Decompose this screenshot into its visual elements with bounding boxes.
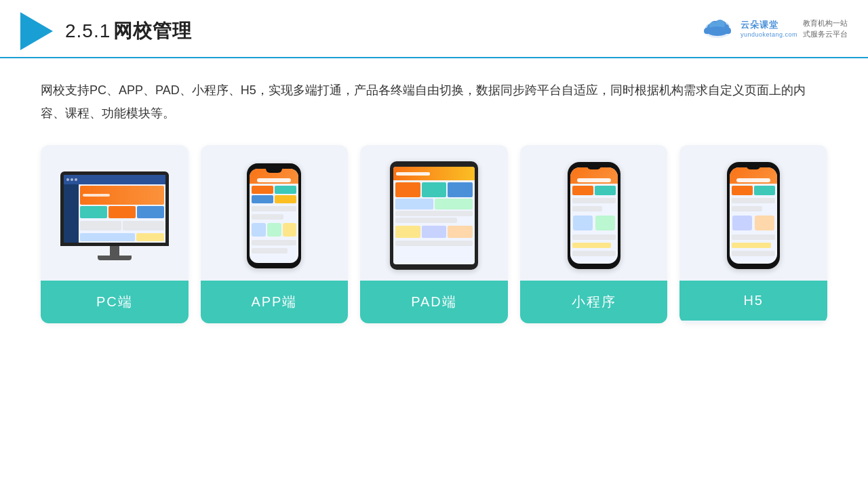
card-app-label: APP端 [201,281,349,323]
card-pad: PAD端 [360,145,508,323]
card-pc-image [41,145,189,281]
card-h5-label: H5 [679,281,827,321]
card-h5: H5 [679,145,827,323]
card-pad-label: PAD端 [360,281,508,323]
brand-text-group: 云朵课堂 yunduoketang.com [741,19,797,38]
app-phone-icon [247,163,301,268]
page-header: 2.5.1网校管理 云朵课堂 yunduoketang.com 教育机构一站 式… [0,0,868,58]
slide-number: 2.5.1 [65,20,111,41]
card-app: APP端 [201,145,349,323]
card-pc-label: PC端 [41,281,189,323]
svg-point-6 [707,26,728,36]
brand-logo: 云朵课堂 yunduoketang.com 教育机构一站 式服务云平台 [700,16,848,41]
device-cards-row: PC端 [41,145,827,323]
card-pad-image [360,145,508,281]
main-content: 网校支持PC、APP、PAD、小程序、H5，实现多端打通，产品各终端自由切换，数… [0,58,868,344]
card-h5-image [679,145,827,281]
description-text: 网校支持PC、APP、PAD、小程序、H5，实现多端打通，产品各终端自由切换，数… [41,79,827,125]
logo-triangle-icon [20,12,53,50]
brand-url: yunduoketang.com [741,31,797,38]
mini-program-phone-icon [568,162,620,269]
brand-slogan: 教育机构一站 式服务云平台 [803,18,848,40]
cloud-icon [700,16,735,41]
page-title: 2.5.1网校管理 [65,18,192,44]
card-mini-program-image [520,145,668,281]
card-mini-program: 小程序 [520,145,668,323]
brand-slogan-line2: 式服务云平台 [803,28,848,40]
title-text: 网校管理 [113,20,192,41]
brand-slogan-line1: 教育机构一站 [803,18,848,29]
brand-name: 云朵课堂 [741,19,797,31]
card-app-image [201,145,349,281]
card-mini-program-label: 小程序 [520,281,668,323]
pc-monitor-icon [60,171,169,260]
pad-tablet-icon [390,161,478,270]
card-pc: PC端 [41,145,189,323]
h5-phone-icon [727,162,780,269]
